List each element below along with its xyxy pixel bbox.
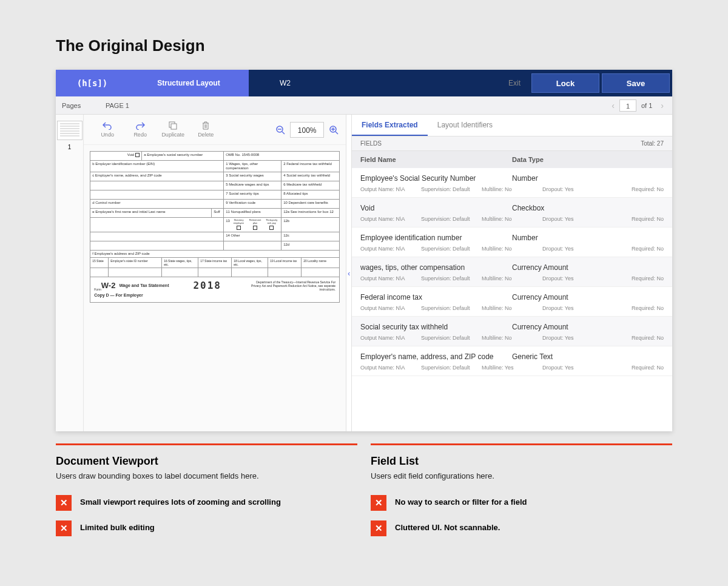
pager-prev-icon[interactable]: ‹ bbox=[608, 101, 618, 110]
field-name: Federal income tax bbox=[360, 293, 512, 301]
svg-rect-1 bbox=[171, 124, 177, 129]
field-supervision: Supervision: Default bbox=[421, 216, 482, 222]
field-name: Social security tax withheld bbox=[360, 323, 512, 331]
document-viewport: Undo Redo Duplicate Delete 100% Void a E… bbox=[84, 115, 346, 431]
app-header: (h[s]) Structured Layout W2 Exit Lock Sa… bbox=[56, 70, 672, 96]
page-label[interactable]: PAGE 1 bbox=[98, 102, 129, 109]
field-output: Output Name: N\A bbox=[360, 335, 421, 341]
exit-link[interactable]: Exit bbox=[497, 70, 531, 96]
annotations: Document Viewport Users draw bounding bo… bbox=[56, 443, 672, 546]
field-dropout: Dropout: Yes bbox=[542, 305, 603, 311]
field-row[interactable]: Employer's name, address, and ZIP codeGe… bbox=[352, 346, 672, 376]
issue-item: ✕No way to search or filter for a field bbox=[371, 495, 672, 511]
field-dropout: Dropout: Yes bbox=[542, 275, 603, 281]
field-name: Employee's Social Security Number bbox=[360, 174, 512, 183]
field-supervision: Supervision: Default bbox=[421, 186, 482, 192]
field-output: Output Name: N\A bbox=[360, 275, 421, 281]
field-type: Currency Amount bbox=[512, 293, 568, 301]
field-name: Void bbox=[360, 204, 512, 212]
anno-sub-left: Users draw bounding boxes to label docum… bbox=[56, 471, 357, 480]
lock-button[interactable]: Lock bbox=[531, 73, 599, 93]
zoom-in-icon[interactable] bbox=[329, 125, 339, 135]
w2-form: Void a Employee's social security number… bbox=[90, 151, 340, 303]
field-required: Required: No bbox=[603, 216, 664, 222]
page-title: The Original Design bbox=[56, 36, 672, 55]
field-supervision: Supervision: Default bbox=[421, 365, 482, 371]
field-type: Currency Amount bbox=[512, 263, 568, 272]
svg-line-3 bbox=[282, 132, 285, 134]
svg-line-6 bbox=[335, 132, 338, 134]
issue-item: ✕Small viewport requires lots of zooming… bbox=[56, 495, 357, 511]
redline bbox=[371, 443, 672, 445]
field-required: Required: No bbox=[603, 186, 664, 192]
collapse-handle[interactable]: ‹ bbox=[346, 115, 352, 431]
issue-item: ✕Cluttered UI. Not scannable. bbox=[371, 520, 672, 536]
field-row[interactable]: VoidCheckboxOutput Name: N\ASupervision:… bbox=[352, 198, 672, 227]
field-dropout: Dropout: Yes bbox=[542, 365, 603, 371]
zoom-input[interactable]: 100% bbox=[290, 122, 324, 138]
tab-layout-identifiers[interactable]: Layout Identifiers bbox=[428, 115, 502, 136]
delete-button[interactable]: Delete bbox=[189, 121, 222, 138]
pager-next-icon[interactable]: › bbox=[657, 101, 667, 110]
x-icon: ✕ bbox=[371, 495, 386, 511]
field-name: Employer's name, address, and ZIP code bbox=[360, 352, 512, 361]
tab-structured-layout[interactable]: Structured Layout bbox=[129, 70, 249, 96]
tab-w2[interactable]: W2 bbox=[249, 70, 322, 96]
redline bbox=[56, 443, 357, 445]
field-row[interactable]: Employee's Social Security NumberNumberO… bbox=[352, 168, 672, 198]
tab-fields-extracted[interactable]: Fields Extracted bbox=[352, 115, 428, 136]
undo-button[interactable]: Undo bbox=[91, 121, 124, 138]
field-row[interactable]: Employee identification numberNumberOutp… bbox=[352, 227, 672, 257]
field-row[interactable]: wages, tips, other compensationCurrency … bbox=[352, 257, 672, 287]
zoom-out-icon[interactable] bbox=[275, 125, 285, 135]
field-row[interactable]: Social security tax withheldCurrency Amo… bbox=[352, 317, 672, 346]
field-supervision: Supervision: Default bbox=[421, 275, 482, 281]
field-multiline: Multiline: No bbox=[482, 305, 542, 311]
anno-sub-right: Users edit field configurations here. bbox=[371, 471, 672, 480]
field-required: Required: No bbox=[603, 275, 664, 281]
pager-input[interactable]: 1 bbox=[619, 99, 636, 112]
field-dropout: Dropout: Yes bbox=[542, 246, 603, 252]
toolbar: Undo Redo Duplicate Delete 100% bbox=[84, 115, 346, 145]
field-supervision: Supervision: Default bbox=[421, 305, 482, 311]
field-multiline: Multiline: No bbox=[482, 186, 542, 192]
page-thumb[interactable] bbox=[57, 121, 83, 140]
x-icon: ✕ bbox=[56, 495, 72, 511]
anno-title-right: Field List bbox=[371, 455, 672, 468]
pager-of: of 1 bbox=[638, 102, 656, 109]
field-required: Required: No bbox=[603, 305, 664, 311]
field-required: Required: No bbox=[603, 246, 664, 252]
field-name: Employee identification number bbox=[360, 234, 512, 242]
field-name: wages, tips, other compensation bbox=[360, 263, 512, 272]
field-dropout: Dropout: Yes bbox=[542, 216, 603, 222]
field-output: Output Name: N\A bbox=[360, 365, 421, 371]
field-supervision: Supervision: Default bbox=[421, 246, 482, 252]
field-dropout: Dropout: Yes bbox=[542, 186, 603, 192]
thumb-number: 1 bbox=[56, 144, 83, 150]
field-type: Generic Text bbox=[512, 352, 553, 361]
field-supervision: Supervision: Default bbox=[421, 335, 482, 341]
field-output: Output Name: N\A bbox=[360, 186, 421, 192]
document-canvas[interactable]: Void a Employee's social security number… bbox=[84, 145, 346, 431]
field-type: Number bbox=[512, 174, 538, 183]
redo-button[interactable]: Redo bbox=[124, 121, 157, 138]
field-multiline: Multiline: No bbox=[482, 335, 542, 341]
field-multiline: Multiline: Yes bbox=[482, 365, 542, 371]
save-button[interactable]: Save bbox=[602, 73, 670, 93]
field-type: Currency Amount bbox=[512, 323, 568, 331]
field-required: Required: No bbox=[603, 335, 664, 341]
field-output: Output Name: N\A bbox=[360, 246, 421, 252]
pages-label: Pages bbox=[56, 102, 98, 109]
sidebar: 1 bbox=[56, 115, 84, 431]
fields-label: FIELDS bbox=[360, 140, 382, 147]
issue-text: Limited bulk editing bbox=[80, 520, 155, 532]
app-window: (h[s]) Structured Layout W2 Exit Lock Sa… bbox=[56, 70, 672, 431]
annotation-right: Field List Users edit field configuratio… bbox=[371, 443, 672, 546]
field-row[interactable]: Federal income taxCurrency AmountOutput … bbox=[352, 287, 672, 317]
col-field-name: Field Name bbox=[360, 156, 512, 163]
field-output: Output Name: N\A bbox=[360, 216, 421, 222]
issue-text: No way to search or filter for a field bbox=[395, 495, 527, 507]
logo: (h[s]) bbox=[56, 70, 129, 96]
field-multiline: Multiline: No bbox=[482, 216, 542, 222]
duplicate-button[interactable]: Duplicate bbox=[157, 121, 189, 138]
